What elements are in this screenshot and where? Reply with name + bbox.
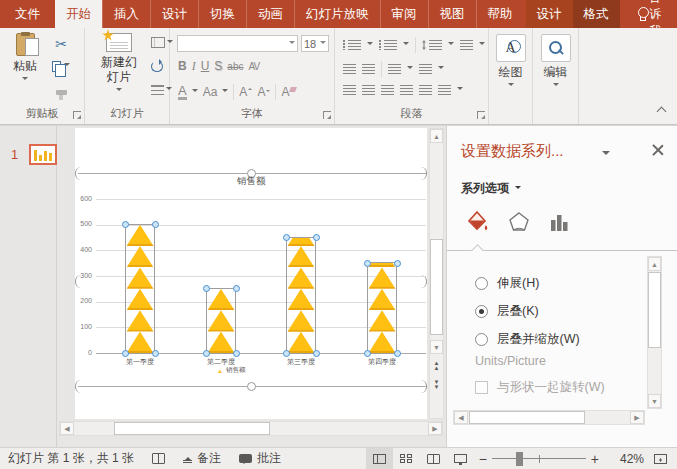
tab-effects[interactable] — [505, 208, 533, 236]
new-slide-dropdown-caret[interactable] — [116, 88, 122, 94]
clear-formatting-button[interactable]: A — [281, 85, 296, 99]
decrease-font-button[interactable]: A — [257, 85, 270, 99]
numbering-button[interactable] — [384, 40, 397, 50]
spell-check-button[interactable] — [152, 453, 165, 464]
editor-vertical-scrollbar[interactable]: ▲ ▼ ▲▲ ▼▼ — [429, 128, 444, 419]
font-button-abc[interactable]: abc — [227, 61, 243, 72]
pane-radio-option-1[interactable]: 层叠(K) — [475, 303, 580, 320]
chart-bar-2[interactable] — [288, 238, 315, 354]
align-right-button[interactable] — [381, 85, 394, 95]
increase-indent-button[interactable] — [362, 64, 375, 74]
pane-radio-option-0[interactable]: 伸展(H) — [475, 275, 580, 292]
ribbon-tab-7[interactable]: 视图 — [428, 0, 476, 28]
normal-view-button[interactable] — [366, 448, 393, 469]
scroll-left-button[interactable]: ◀ — [60, 422, 74, 435]
series-selection-handle[interactable] — [283, 350, 290, 357]
font-button-u[interactable]: U — [201, 59, 210, 73]
ribbon-tab-2[interactable]: 设计 — [150, 0, 198, 28]
chart-bar-0[interactable] — [127, 225, 154, 353]
tab-file[interactable]: 文件 — [0, 0, 55, 28]
ribbon-tab-3[interactable]: 切换 — [198, 0, 246, 28]
new-slide-button[interactable]: 新建幻灯片 — [91, 33, 147, 94]
pane-scroll-down-button[interactable]: ▼ — [648, 394, 661, 408]
comments-button[interactable]: 批注 — [239, 450, 281, 467]
font-size-combo[interactable]: 18 — [301, 35, 329, 52]
tell-me-button[interactable]: 告诉我 — [624, 0, 677, 28]
chart-bar-1[interactable] — [208, 289, 235, 353]
decrease-indent-button[interactable] — [343, 64, 356, 74]
zoom-out-button[interactable]: − — [474, 451, 492, 467]
series-selection-handle[interactable] — [152, 221, 159, 228]
reset-button[interactable] — [151, 61, 163, 72]
contextual-tab-1[interactable]: 格式 — [573, 0, 620, 28]
fit-to-window-button[interactable] — [654, 454, 667, 464]
reading-view-button[interactable] — [420, 448, 447, 469]
editor-horizontal-scrollbar[interactable]: ◀ ▶ — [59, 421, 443, 436]
font-button-i[interactable]: I — [192, 59, 196, 74]
change-case-button[interactable]: Aa — [203, 85, 218, 99]
drawing-button[interactable]: A 绘图 — [496, 34, 526, 89]
slide-thumbnail[interactable] — [29, 144, 57, 165]
zoom-slider-thumb[interactable] — [516, 452, 523, 466]
next-slide-button[interactable]: ▼▼ — [430, 377, 443, 393]
series-selection-handle[interactable] — [313, 234, 320, 241]
series-selection-handle[interactable] — [152, 350, 159, 357]
series-selection-handle[interactable] — [203, 350, 210, 357]
increase-font-button[interactable]: A — [239, 85, 252, 99]
ribbon-tab-4[interactable]: 动画 — [246, 0, 294, 28]
series-selection-handle[interactable] — [122, 350, 129, 357]
bullets-button[interactable] — [348, 40, 361, 50]
cut-button[interactable]: ✂ — [50, 35, 72, 53]
chart-legend[interactable]: ▲ 销售额 — [217, 366, 245, 375]
paste-dropdown-caret[interactable] — [22, 77, 28, 83]
font-dialog-launcher[interactable] — [323, 111, 331, 119]
ribbon-tab-5[interactable]: 幻灯片放映 — [294, 0, 380, 28]
scroll-down-button[interactable]: ▼ — [430, 340, 443, 354]
text-direction-button[interactable] — [460, 40, 473, 50]
pane-horizontal-scrollbar[interactable]: ◀ ▶ — [453, 410, 645, 425]
series-selection-handle[interactable] — [233, 350, 240, 357]
collapse-ribbon-button[interactable] — [657, 107, 667, 117]
distribute-button[interactable] — [419, 85, 432, 95]
ribbon-tab-1[interactable]: 插入 — [102, 0, 150, 28]
pane-vertical-scrollbar[interactable]: ▲ ▼ — [647, 256, 662, 409]
horizontal-scroll-thumb[interactable] — [114, 422, 270, 435]
tab-fill-line[interactable] — [463, 208, 491, 236]
format-painter-button[interactable] — [50, 83, 72, 101]
section-button[interactable] — [151, 85, 172, 95]
align-left-button[interactable] — [343, 85, 356, 95]
zoom-percentage[interactable]: 42% — [604, 452, 644, 466]
series-selection-handle[interactable] — [203, 285, 210, 292]
series-options-section[interactable]: 系列选项 — [461, 180, 521, 197]
clipboard-dialog-launcher[interactable] — [73, 111, 81, 119]
zoom-in-button[interactable]: + — [586, 451, 604, 467]
previous-slide-button[interactable]: ▲▲ — [430, 358, 443, 374]
ribbon-tab-8[interactable]: 帮助 — [476, 0, 524, 28]
tab-series-options[interactable] — [545, 208, 573, 236]
vertical-scroll-thumb[interactable] — [430, 239, 443, 335]
zoom-slider[interactable] — [492, 452, 586, 466]
font-button-b[interactable]: B — [178, 59, 187, 73]
align-text-button[interactable] — [419, 64, 432, 74]
slide-show-button[interactable] — [447, 448, 474, 469]
slide-canvas[interactable]: 销售额 ▲ 销售额 6005004003002001000第一季度第二季度第三季… — [75, 128, 427, 419]
ribbon-tab-0[interactable]: 开始 — [55, 0, 102, 28]
line-spacing-button[interactable] — [429, 40, 442, 50]
series-selection-handle[interactable] — [313, 350, 320, 357]
chart-title[interactable]: 销售额 — [176, 175, 326, 188]
pane-close-icon[interactable] — [652, 144, 663, 155]
slide-sorter-view-button[interactable] — [393, 448, 420, 469]
chart-bar-3[interactable] — [369, 263, 396, 353]
notes-button[interactable]: 备注 — [183, 450, 221, 467]
justify-button[interactable] — [400, 85, 413, 95]
series-selection-handle[interactable] — [364, 260, 371, 267]
paste-button[interactable]: 粘贴 — [6, 33, 44, 83]
copy-button[interactable] — [50, 57, 72, 75]
pane-radio-option-2[interactable]: 层叠并缩放(W) — [475, 331, 580, 348]
font-button-av[interactable]: AV — [248, 61, 259, 72]
scroll-right-button[interactable]: ▶ — [428, 422, 442, 435]
rotate-with-shape-checkbox[interactable]: 与形状一起旋转(W) — [475, 379, 605, 396]
font-name-combo[interactable] — [177, 35, 298, 52]
pane-dropdown-caret[interactable] — [602, 151, 610, 159]
smartart-convert-button[interactable] — [438, 85, 451, 95]
